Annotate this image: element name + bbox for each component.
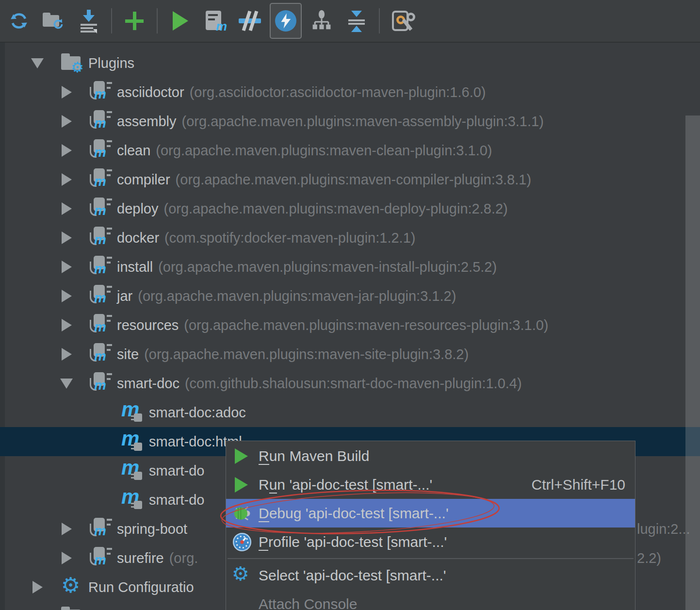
maven-toolbar: m <box>0 0 700 43</box>
menu-item-run-api-doc-test[interactable]: Run 'api-doc-test [smart-...' Ctrl+Shift… <box>226 470 635 499</box>
tree-row-coordinates: (org.apache.maven.plugins:maven-compiler… <box>176 172 531 188</box>
tree-row-asciidoctor[interactable]: m asciidoctor (org.asciidoctor:asciidoct… <box>0 78 700 107</box>
tree-row-label: surefire <box>117 550 164 566</box>
offline-mode-icon <box>275 10 297 32</box>
menu-item-debug-api-doc-test[interactable]: Debug 'api-doc-test [smart-...' <box>226 499 635 528</box>
maven-settings-icon <box>391 10 413 32</box>
maven-goal-icon: m <box>121 401 145 424</box>
tree-row-coordinates: (org.apache.maven.plugins:maven-assembly… <box>182 114 544 130</box>
maven-plugin-icon: m <box>89 226 113 249</box>
expand-arrow-icon[interactable] <box>31 58 44 68</box>
run-icon <box>232 475 252 495</box>
tree-row-coordinates: (org.apache.maven.plugins:maven-jar-plug… <box>138 288 456 304</box>
generate-sources-button[interactable] <box>39 4 69 38</box>
expand-arrow-icon[interactable] <box>60 86 73 99</box>
folder-icon <box>61 605 84 610</box>
tree-row-label: smart-doc <box>117 376 179 392</box>
tree-row-coordinates: (org.asciidoctor:asciidoctor-maven-plugi… <box>190 84 486 100</box>
tree-row-label: smart-do <box>149 492 204 508</box>
expand-arrow-icon[interactable] <box>60 202 73 215</box>
tree-row-smart-doc-adoc[interactable]: m smart-doc:adoc <box>0 398 700 427</box>
maven-plugin-icon: m <box>89 168 113 191</box>
tree-row-label: docker <box>117 230 159 246</box>
tree-row-text-fragment: lugin:2... <box>637 521 690 537</box>
tree-row-label: site <box>117 346 139 363</box>
expand-arrow-icon[interactable] <box>60 144 73 157</box>
empty-icon-slot <box>232 594 252 610</box>
tree-row-compiler[interactable]: m compiler (org.apache.maven.plugins:mav… <box>0 165 700 194</box>
skip-tests-button[interactable] <box>235 4 265 38</box>
show-dependencies-button[interactable] <box>307 4 337 38</box>
tree-row-label: smart-do <box>149 463 204 479</box>
tree-row-coordinates: (com.github.shalousun:smart-doc-maven-pl… <box>185 376 522 392</box>
maven-plugin-icon: m <box>89 517 113 541</box>
tree-row-label: assembly <box>117 114 177 130</box>
run-icon <box>232 446 252 466</box>
expand-arrow-icon[interactable] <box>60 173 73 186</box>
tree-row-coordinates: (com.spotify:docker-maven-plugin:1.2.1) <box>164 230 415 246</box>
menu-item-label: Select 'api-doc-test [smart-...' <box>259 567 446 584</box>
show-dependencies-icon <box>310 10 333 32</box>
run-configurations-gear-icon: ⚙ <box>61 576 84 599</box>
execute-maven-goal-button[interactable]: m <box>200 4 230 38</box>
tree-row-text-fragment: 2.2) <box>637 550 661 566</box>
menu-item-attach-console[interactable]: Attach Console <box>226 590 635 610</box>
maven-goal-icon: m <box>121 459 145 482</box>
menu-item-profile-api-doc-test[interactable]: Profile 'api-doc-test [smart-...' <box>226 528 635 556</box>
tree-row-smart-doc[interactable]: m smart-doc (com.github.shalousun:smart-… <box>0 369 700 398</box>
expand-arrow-icon[interactable] <box>60 379 73 389</box>
download-sources-button[interactable] <box>74 4 104 38</box>
toolbar-separator <box>111 8 112 33</box>
add-maven-projects-button[interactable] <box>119 4 149 38</box>
maven-plugin-icon: m <box>89 546 113 570</box>
tree-row-label: Plugins <box>88 55 134 71</box>
maven-plugin-icon: m <box>89 343 113 366</box>
menu-item-run-maven-build[interactable]: Run Maven Build <box>226 442 635 470</box>
tree-row-assembly[interactable]: m assembly (org.apache.maven.plugins:mav… <box>0 107 700 136</box>
tree-row-jar[interactable]: m jar (org.apache.maven.plugins:maven-ja… <box>0 281 700 311</box>
tree-row-site[interactable]: m site (org.apache.maven.plugins:maven-s… <box>0 340 700 369</box>
vertical-scrollbar-thumb[interactable] <box>685 115 700 610</box>
tree-row-resources[interactable]: m resources (org.apache.maven.plugins:ma… <box>0 311 700 340</box>
reimport-icon <box>8 10 30 32</box>
toolbar-separator <box>379 8 380 33</box>
expand-arrow-icon[interactable] <box>60 319 73 331</box>
maven-tool-window: ⚙ ⚙ Plugins m asciidoctor (org.asciidoct… <box>0 0 700 610</box>
expand-arrow-icon[interactable] <box>60 261 73 273</box>
reimport-button[interactable] <box>4 4 34 38</box>
tree-row-clean[interactable]: m clean (org.apache.maven.plugins:maven-… <box>0 136 700 165</box>
maven-plugin-icon: m <box>89 197 113 220</box>
collapse-all-icon <box>345 10 368 32</box>
tree-row-plugins[interactable]: ⚙ Plugins <box>0 49 700 78</box>
tree-row-coordinates: (org.apache.maven.plugins:maven-install-… <box>158 259 497 275</box>
menu-item-label: Debug 'api-doc-test [smart-...' <box>259 505 449 522</box>
collapse-all-button[interactable] <box>342 4 372 38</box>
tree-row-label: jar <box>117 288 132 304</box>
expand-arrow-icon[interactable] <box>60 115 73 128</box>
maven-settings-button[interactable] <box>387 4 417 38</box>
tree-row-coordinates: (org. <box>169 550 198 566</box>
tree-row-coordinates: (org.apache.maven.plugins:maven-clean-pl… <box>156 143 492 159</box>
offline-mode-button[interactable] <box>270 3 302 39</box>
expand-arrow-icon[interactable] <box>60 523 73 535</box>
run-build-button[interactable] <box>165 4 195 38</box>
expand-arrow-icon[interactable] <box>60 290 73 302</box>
context-menu: Run Maven Build Run 'api-doc-test [smart… <box>226 441 635 610</box>
tree-row-label: Run Configuratio <box>88 579 194 595</box>
menu-item-select-api-doc-test[interactable]: ⚙ Select 'api-doc-test [smart-...' <box>226 561 635 590</box>
expand-arrow-icon[interactable] <box>31 581 44 594</box>
tree-row-install[interactable]: m install (org.apache.maven.plugins:mave… <box>0 252 700 281</box>
expand-arrow-icon[interactable] <box>60 231 73 244</box>
tree-row-coordinates: (org.apache.maven.plugins:maven-resource… <box>184 317 548 333</box>
expand-arrow-icon[interactable] <box>60 348 73 361</box>
tree-row-docker[interactable]: m docker (com.spotify:docker-maven-plugi… <box>0 223 700 252</box>
tree-row-label: install <box>117 259 153 275</box>
tree-row-deploy[interactable]: m deploy (org.apache.maven.plugins:maven… <box>0 194 700 223</box>
menu-item-label: Run 'api-doc-test [smart-...' <box>259 477 432 493</box>
tree-row-label: resources <box>117 317 179 333</box>
skip-tests-icon <box>239 10 261 32</box>
maven-plugin-icon: m <box>89 372 113 395</box>
menu-item-label: Attach Console <box>259 596 357 610</box>
maven-plugin-icon: m <box>89 110 113 133</box>
expand-arrow-icon[interactable] <box>60 552 73 564</box>
